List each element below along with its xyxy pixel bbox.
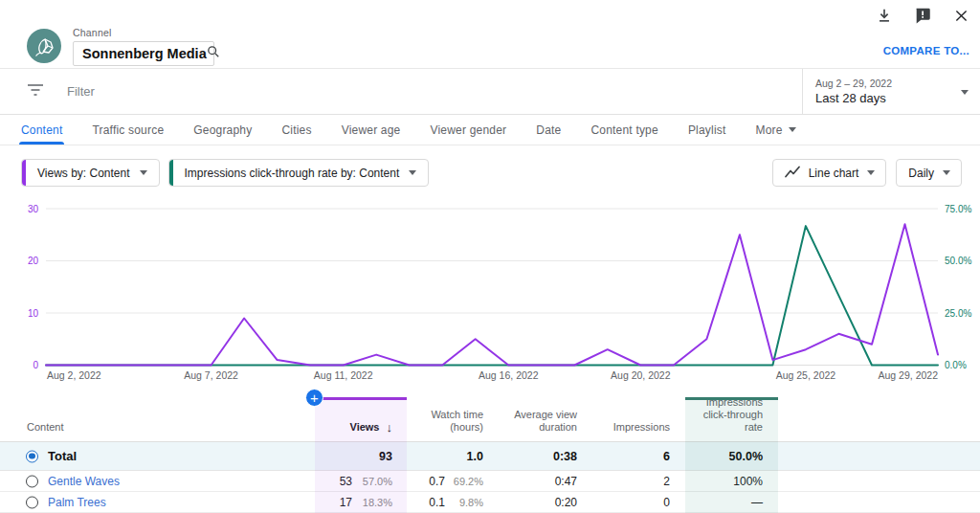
radio-icon[interactable] bbox=[26, 496, 38, 508]
table-header-row: Content Views ↓ Watch time (hours) Avera… bbox=[0, 397, 980, 442]
filter-bar: Filter Aug 2 – 29, 2022 Last 28 days bbox=[0, 69, 980, 115]
content-link[interactable]: Palm Trees bbox=[48, 496, 106, 509]
channel-label: Channel bbox=[73, 27, 214, 38]
column-header-avg-view-duration[interactable]: Average view duration bbox=[488, 409, 582, 434]
y-axis-right-label: 25.0% bbox=[945, 308, 971, 319]
total-watch-time: 1.0 bbox=[467, 450, 483, 463]
search-icon bbox=[207, 45, 220, 62]
youtube-analytics-advanced-mode: Channel Sonnenberg Media COMPARE TO... F… bbox=[0, 0, 980, 513]
total-impressions: 6 bbox=[582, 450, 675, 463]
chevron-down-icon bbox=[943, 170, 950, 175]
column-header-watch-time[interactable]: Watch time (hours) bbox=[407, 409, 488, 434]
column-header-content[interactable]: Content bbox=[0, 421, 304, 434]
dialog-header: Channel Sonnenberg Media COMPARE TO... bbox=[0, 0, 980, 69]
chevron-down-icon bbox=[140, 170, 147, 175]
column-header-views[interactable]: Views ↓ bbox=[304, 421, 407, 434]
total-views: 93 bbox=[379, 450, 392, 463]
channel-avatar bbox=[27, 29, 61, 63]
x-axis-label: Aug 16, 2022 bbox=[479, 369, 539, 381]
chevron-down-icon bbox=[961, 90, 969, 95]
tab-playlist[interactable]: Playlist bbox=[688, 115, 726, 145]
y-axis-left-label: 0 bbox=[33, 360, 38, 370]
dimension-tabs: Content Traffic source Geography Cities … bbox=[0, 115, 980, 145]
line-chart-icon bbox=[785, 166, 800, 181]
metric-chip-impressions-ctr[interactable]: Impressions click-through rate by: Conte… bbox=[168, 159, 430, 187]
y-axis-left-label: 30 bbox=[28, 204, 39, 214]
date-range-text: Aug 2 – 29, 2022 bbox=[815, 78, 892, 89]
x-axis-label: Aug 25, 2022 bbox=[776, 369, 836, 381]
x-axis-label: Aug 11, 2022 bbox=[314, 369, 373, 381]
tab-date[interactable]: Date bbox=[536, 115, 561, 145]
radio-icon[interactable] bbox=[26, 475, 38, 487]
column-header-impressions[interactable]: Impressions bbox=[582, 421, 675, 434]
add-metric-button[interactable]: + bbox=[305, 389, 323, 407]
feedback-icon[interactable] bbox=[913, 6, 932, 25]
tab-content[interactable]: Content bbox=[21, 115, 62, 145]
date-preset-text: Last 28 days bbox=[815, 91, 892, 105]
column-header-ctr[interactable]: Impressions click-through rate bbox=[675, 396, 778, 434]
y-axis-right-label: 75.0% bbox=[945, 204, 971, 214]
tab-content-type[interactable]: Content type bbox=[590, 115, 657, 145]
total-avg-view-duration: 0:38 bbox=[488, 450, 582, 463]
table-row: Palm Trees 1718.3% 0.19.8% 0:20 0 — bbox=[0, 492, 980, 513]
filter-icon bbox=[27, 83, 44, 100]
chart-controls: Views by: Content Impressions click-thro… bbox=[0, 145, 980, 198]
chart-type-selector[interactable]: Line chart bbox=[772, 159, 887, 187]
radio-selected-icon[interactable] bbox=[26, 450, 38, 462]
content-link[interactable]: Gentle Waves bbox=[48, 475, 120, 488]
x-axis-label: Aug 7, 2022 bbox=[184, 369, 238, 381]
filter-placeholder: Filter bbox=[67, 84, 95, 99]
impressions-click-through-rate-line bbox=[46, 226, 938, 365]
x-axis-label: Aug 20, 2022 bbox=[611, 369, 671, 381]
views-line bbox=[46, 224, 938, 365]
filter-input[interactable]: Filter bbox=[0, 83, 802, 100]
compare-to-link[interactable]: COMPARE TO... bbox=[883, 45, 969, 56]
total-label: Total bbox=[48, 449, 77, 463]
metrics-table: Content Views ↓ Watch time (hours) Avera… bbox=[0, 397, 980, 513]
channel-selector[interactable]: Sonnenberg Media bbox=[73, 41, 214, 66]
download-icon[interactable] bbox=[875, 6, 894, 25]
tab-cities[interactable]: Cities bbox=[281, 115, 311, 145]
total-ctr: 50.0% bbox=[675, 450, 778, 463]
tab-viewer-gender[interactable]: Viewer gender bbox=[431, 115, 507, 145]
tab-more[interactable]: More bbox=[756, 115, 796, 145]
tab-traffic-source[interactable]: Traffic source bbox=[92, 115, 164, 145]
chevron-down-icon bbox=[789, 127, 796, 132]
close-icon[interactable] bbox=[951, 6, 970, 25]
channel-name: Sonnenberg Media bbox=[82, 46, 207, 61]
metric-chip-views[interactable]: Views by: Content bbox=[21, 159, 160, 187]
x-axis-label: Aug 29, 2022 bbox=[879, 369, 939, 381]
date-range-selector[interactable]: Aug 2 – 29, 2022 Last 28 days bbox=[802, 69, 980, 115]
analytics-chart[interactable]: 01020300.0%25.0%50.0%75.0%Aug 2, 2022Aug… bbox=[0, 198, 980, 383]
x-axis-label: Aug 2, 2022 bbox=[47, 369, 101, 381]
tab-viewer-age[interactable]: Viewer age bbox=[342, 115, 401, 145]
y-axis-right-label: 50.0% bbox=[945, 256, 971, 266]
chevron-down-icon bbox=[409, 170, 416, 175]
table-row: Gentle Waves 5357.0% 0.769.2% 0:47 2 100… bbox=[0, 471, 980, 492]
granularity-selector[interactable]: Daily bbox=[896, 159, 962, 187]
tab-geography[interactable]: Geography bbox=[193, 115, 252, 145]
y-axis-left-label: 10 bbox=[28, 308, 39, 319]
chevron-down-icon bbox=[867, 170, 875, 175]
sort-desc-icon: ↓ bbox=[387, 421, 393, 434]
y-axis-right-label: 0.0% bbox=[945, 360, 967, 370]
y-axis-left-label: 20 bbox=[28, 256, 39, 266]
table-row-total: Total 93 1.0 0:38 6 50.0% bbox=[0, 442, 980, 471]
